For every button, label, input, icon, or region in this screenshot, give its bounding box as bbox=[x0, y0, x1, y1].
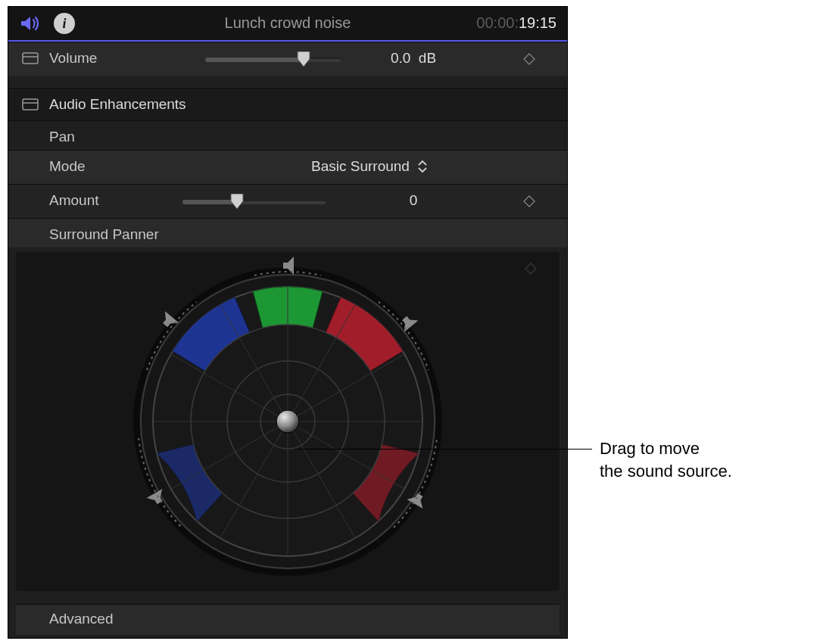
audio-inspector-panel: i Lunch crowd noise 00:00:19:15 Volume bbox=[8, 6, 568, 639]
pan-mode-row: Mode Basic Surround bbox=[8, 150, 567, 184]
callout-line1: Drag to move bbox=[600, 437, 732, 460]
svg-rect-2 bbox=[23, 99, 38, 110]
callout-text: Drag to move the sound source. bbox=[600, 437, 732, 482]
inspector-header: i Lunch crowd noise 00:00:19:15 bbox=[8, 7, 567, 42]
svg-rect-0 bbox=[23, 53, 38, 64]
pan-label: Pan bbox=[49, 129, 75, 145]
stepper-icon bbox=[417, 160, 428, 173]
surround-panner-area bbox=[16, 252, 560, 591]
callout-line bbox=[298, 449, 592, 450]
advanced-row[interactable]: Advanced bbox=[16, 604, 560, 635]
audio-enhancements-section[interactable]: Audio Enhancements bbox=[8, 88, 567, 120]
pan-amount-label: Amount bbox=[49, 192, 98, 209]
volume-value[interactable]: 0.0 dB bbox=[357, 50, 470, 67]
pan-mode-label: Mode bbox=[49, 158, 86, 175]
volume-label: Volume bbox=[49, 50, 97, 67]
callout-line2: the sound source. bbox=[600, 460, 732, 483]
volume-row: Volume 0.0 dB bbox=[8, 42, 567, 76]
keyframe-icon[interactable] bbox=[523, 53, 535, 65]
advanced-label: Advanced bbox=[49, 611, 114, 627]
keyframe-icon[interactable] bbox=[525, 263, 537, 275]
disclosure-icon[interactable] bbox=[22, 98, 39, 111]
surround-panner-dial[interactable] bbox=[121, 255, 454, 588]
pan-mode-dropdown[interactable]: Basic Surround bbox=[311, 158, 428, 175]
pan-amount-slider[interactable] bbox=[182, 200, 326, 204]
keyframe-icon[interactable] bbox=[523, 195, 535, 207]
pan-mode-value: Basic Surround bbox=[311, 158, 410, 175]
surround-panner-label: Surround Panner bbox=[49, 226, 159, 243]
audio-enhancements-label: Audio Enhancements bbox=[49, 96, 186, 113]
volume-slider[interactable] bbox=[205, 58, 341, 62]
timecode: 00:00:19:15 bbox=[476, 14, 557, 32]
surround-panner-row: Surround Panner bbox=[8, 218, 567, 247]
pan-section: Pan bbox=[8, 120, 567, 150]
timecode-lit: 19:15 bbox=[519, 14, 557, 31]
sound-source-puck[interactable] bbox=[276, 410, 299, 433]
pan-amount-value[interactable]: 0 bbox=[357, 192, 470, 209]
disclosure-icon[interactable] bbox=[22, 51, 39, 65]
timecode-dim: 00:00: bbox=[476, 14, 519, 31]
pan-amount-row: Amount 0 bbox=[8, 184, 567, 218]
